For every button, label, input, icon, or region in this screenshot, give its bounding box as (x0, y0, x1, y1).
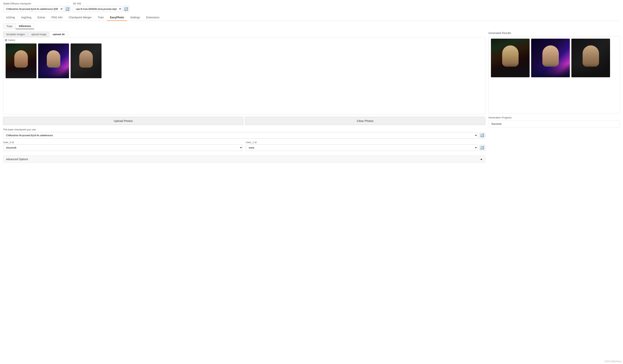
nav-easyphoto[interactable]: EasyPhoto (107, 14, 127, 21)
chevron-left-icon: ◄ (480, 158, 482, 161)
checkpoint-label: Stable Diffusion checkpoint (3, 2, 70, 5)
main-nav: txt2img img2img Extras PNG Info Checkpoi… (3, 14, 620, 21)
gallery-image-1[interactable] (6, 43, 37, 78)
gallery-images (6, 40, 483, 78)
base-checkpoint-select[interactable]: Chilloutmix-Ni-pruned-fp16-fix.safetenso… (3, 132, 478, 139)
nav-checkpoint-merger[interactable]: Checkpoint Merger (66, 14, 94, 21)
tab-upload-image[interactable]: upload image (28, 32, 49, 37)
vae-dropdown-wrapper: vae-ft-mse-840000-ema-pruned.ckpt 🔄 (73, 6, 129, 12)
sub-tabs: Train Inference (3, 23, 620, 29)
nav-extras[interactable]: Extras (34, 14, 48, 21)
result-image-2[interactable] (531, 39, 570, 77)
nav-img2img[interactable]: img2img (18, 14, 34, 21)
checkpoint-select[interactable]: Chilloutmix-Ni-pruned-fp16-fix.safetenso… (3, 6, 63, 12)
results-images (491, 39, 617, 77)
checkpoint-section: Stable Diffusion checkpoint Chilloutmix-… (3, 2, 70, 12)
left-panel: template images upload image upload dir … (3, 32, 485, 163)
checkpoint-refresh-button[interactable]: 🔄 (64, 6, 70, 12)
progress-section: Generation Progress Success (489, 116, 620, 127)
tab-inference[interactable]: Inference (16, 23, 34, 29)
nav-settings[interactable]: Settings (127, 14, 143, 21)
refresh-icon: 🔄 (66, 7, 69, 11)
result-image-1[interactable] (491, 39, 530, 77)
user1-section: User_1 id none zhoumo6 🔄 (246, 141, 485, 153)
progress-label: Generation Progress (489, 116, 620, 119)
nav-png-info[interactable]: PNG Info (48, 14, 66, 21)
user-id-row: User_0 id zhoumo6 none User_1 id n (3, 141, 485, 153)
user0-section: User_0 id zhoumo6 none (3, 141, 243, 153)
user0-select[interactable]: zhoumo6 none (3, 144, 243, 151)
gallery-label: 🖼 Gallery (5, 39, 15, 41)
content-area: template images upload image upload dir … (3, 32, 620, 163)
upload-photos-button[interactable]: Upload Photos (3, 117, 244, 125)
tab-upload-dir[interactable]: upload dir (49, 32, 68, 37)
advanced-options-label: Advanced Options (6, 158, 28, 161)
gallery-icon: 🖼 (5, 39, 7, 41)
right-panel: Generated Results (489, 32, 620, 163)
checkpoint-dropdown-wrapper: Chilloutmix-Ni-pruned-fp16-fix.safetenso… (3, 6, 70, 12)
user1-label: User_1 id (246, 141, 485, 144)
gallery-image-3[interactable] (70, 43, 102, 78)
refresh-icon-4: 🔄 (480, 146, 484, 150)
vae-label: SD VAE (73, 2, 129, 5)
checkpoint-config-row: Chilloutmix-Ni-pruned-fp16-fix.safetenso… (3, 132, 485, 139)
user0-label: User_0 id (3, 141, 243, 144)
advanced-options: Advanced Options ◄ (3, 156, 485, 163)
progress-box: Success (489, 120, 620, 127)
checkpoint-config-label: The base checkpoint you use. (3, 128, 485, 131)
result-image-3[interactable] (571, 39, 610, 77)
user-refresh-button[interactable]: 🔄 (479, 145, 485, 151)
nav-train[interactable]: Train (95, 14, 107, 21)
nav-extensions[interactable]: Extensions (143, 14, 162, 21)
progress-status: Success (491, 122, 502, 125)
watermark: CSDN @Bubbling (604, 360, 622, 363)
top-bar: Stable Diffusion checkpoint Chilloutmix-… (3, 2, 620, 12)
vae-refresh-button[interactable]: 🔄 (123, 6, 129, 12)
generated-results-label: Generated Results (489, 32, 620, 35)
app-container: Stable Diffusion checkpoint Chilloutmix-… (0, 0, 623, 364)
user1-select[interactable]: none zhoumo6 (246, 144, 478, 151)
vae-select[interactable]: vae-ft-mse-840000-ema-pruned.ckpt (73, 6, 122, 12)
refresh-icon-3: 🔄 (480, 134, 484, 137)
action-buttons: Upload Photos Clear Photos (3, 117, 485, 125)
advanced-options-header[interactable]: Advanced Options ◄ (3, 156, 485, 163)
upload-tabs: template images upload image upload dir (3, 32, 485, 37)
refresh-icon-2: 🔄 (124, 7, 128, 11)
vae-section: SD VAE vae-ft-mse-840000-ema-pruned.ckpt… (73, 2, 129, 12)
gallery-container: 🖼 Gallery (3, 37, 485, 114)
gallery-image-2[interactable] (38, 43, 69, 78)
user1-row: none zhoumo6 🔄 (246, 144, 485, 151)
user0-row: zhoumo6 none (3, 144, 243, 151)
tab-template-images[interactable]: template images (3, 32, 28, 37)
results-gallery (489, 36, 620, 113)
clear-photos-button[interactable]: Clear Photos (245, 117, 485, 125)
tab-train[interactable]: Train (3, 23, 16, 29)
config-section: The base checkpoint you use. Chilloutmix… (3, 128, 485, 163)
base-checkpoint-refresh[interactable]: 🔄 (479, 132, 485, 139)
nav-txt2img[interactable]: txt2img (3, 14, 18, 21)
